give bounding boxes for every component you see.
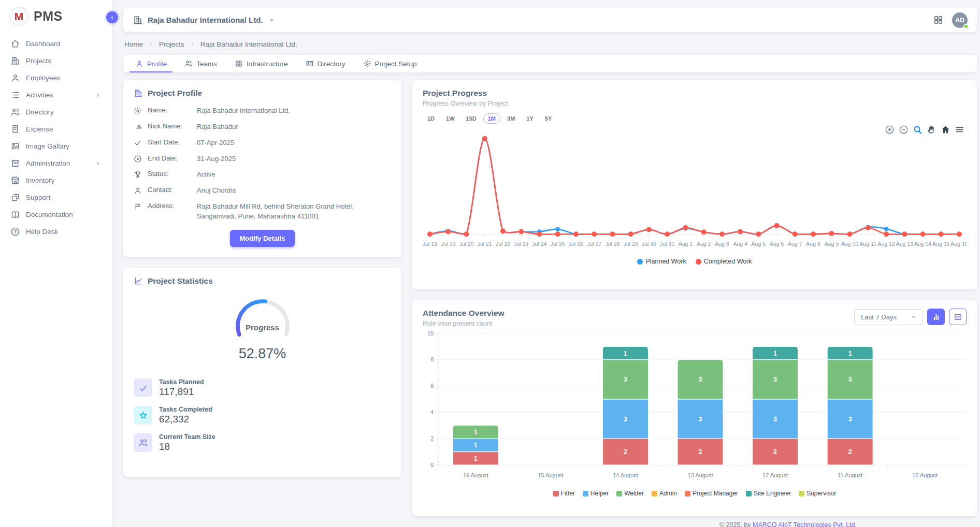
tab-teams[interactable]: Teams bbox=[176, 55, 226, 72]
home-filled-icon bbox=[941, 125, 950, 135]
svg-text:1: 1 bbox=[474, 442, 478, 449]
toolbar-panning[interactable] bbox=[927, 125, 936, 135]
chevron-right-icon bbox=[148, 41, 154, 48]
sidebar-item-employees[interactable]: Employees bbox=[4, 69, 108, 86]
svg-text:15 August: 15 August bbox=[538, 472, 563, 478]
tab-project-setup[interactable]: Project Setup bbox=[354, 55, 426, 72]
svg-text:Aug 12: Aug 12 bbox=[877, 241, 895, 247]
circle-dot-icon bbox=[134, 155, 142, 163]
stat-text: Tasks Completed62,332 bbox=[159, 406, 212, 425]
toolbar-zoom-in[interactable] bbox=[885, 125, 895, 135]
sidebar-item-dashboard[interactable]: Dashboard bbox=[4, 35, 108, 52]
legend-marker bbox=[746, 491, 752, 496]
legend-item-supervisor[interactable]: Supervisor bbox=[799, 490, 836, 497]
sidebar-item-documentation[interactable]: Documentation bbox=[4, 206, 108, 223]
user-avatar[interactable]: AD bbox=[952, 12, 968, 28]
breadcrumb: HomeProjectsRaja Bahadur International L… bbox=[124, 40, 977, 48]
footer-brand-link[interactable]: MARCO AIoT Technologies Pvt. Ltd. bbox=[753, 521, 857, 527]
toolbar-chart-menu[interactable] bbox=[955, 125, 964, 135]
range-3m[interactable]: 3M bbox=[502, 113, 520, 124]
people-icon bbox=[138, 438, 148, 448]
tab-directory[interactable]: Directory bbox=[297, 55, 354, 72]
sidebar-item-inventory[interactable]: Inventory bbox=[4, 172, 108, 189]
svg-text:Jul 24: Jul 24 bbox=[532, 241, 546, 247]
breadcrumb-item-home[interactable]: Home bbox=[124, 40, 143, 48]
archive-icon bbox=[10, 158, 20, 168]
sidebar-collapse-button[interactable] bbox=[106, 11, 118, 23]
sidebar-item-expense[interactable]: Expense bbox=[4, 121, 108, 138]
legend-marker bbox=[616, 491, 622, 496]
sidebar-item-directory[interactable]: Directory bbox=[4, 104, 108, 121]
svg-text:Jul 25: Jul 25 bbox=[551, 241, 565, 247]
apps-grid-button[interactable] bbox=[933, 14, 944, 25]
toolbar-zoom-out[interactable] bbox=[899, 125, 909, 135]
sidebar-item-activities[interactable]: Activities bbox=[4, 86, 108, 104]
app-name: PMS bbox=[34, 9, 63, 24]
modify-details-button[interactable]: Modify Details bbox=[230, 230, 294, 247]
sidebar-item-label: Employees bbox=[26, 74, 61, 82]
table-view-button[interactable] bbox=[949, 309, 967, 325]
svg-text:Aug 11: Aug 11 bbox=[860, 241, 877, 247]
building-icon bbox=[10, 56, 20, 66]
statistics-card-title: Project Statistics bbox=[148, 276, 213, 286]
check-icon bbox=[134, 139, 142, 147]
chevron-right-icon bbox=[189, 41, 196, 48]
breadcrumb-item-projects[interactable]: Projects bbox=[159, 40, 184, 48]
legend-item-project-manager[interactable]: Project Manager bbox=[685, 490, 738, 497]
range-15d[interactable]: 15D bbox=[462, 113, 481, 124]
id-card-icon bbox=[306, 60, 314, 68]
sidebar-item-projects[interactable]: Projects bbox=[4, 52, 108, 69]
legend-item-site-engineer[interactable]: Site Engineer bbox=[746, 490, 791, 497]
range-1w[interactable]: 1W bbox=[441, 113, 459, 124]
company-name: Raja Bahadur International Ltd. bbox=[148, 16, 263, 24]
progress-gauge: Progress 52.87% bbox=[216, 294, 309, 362]
legend-item-helper[interactable]: Helper bbox=[583, 490, 609, 497]
svg-text:8: 8 bbox=[430, 356, 434, 362]
app-logo-row[interactable]: M PMS bbox=[0, 0, 112, 31]
menu-icon bbox=[955, 125, 964, 135]
svg-text:Jul 30: Jul 30 bbox=[642, 241, 656, 247]
range-1d[interactable]: 1D bbox=[423, 113, 439, 124]
legend-item-welder[interactable]: Welder bbox=[616, 490, 644, 497]
attendance-card-title: Attendance Overview bbox=[423, 309, 505, 318]
tab-infrastructure[interactable]: Infrastructure bbox=[226, 55, 297, 72]
legend-item-planned-work[interactable]: Planned Work bbox=[637, 258, 686, 265]
range-1m[interactable]: 1M bbox=[483, 113, 500, 124]
svg-text:Aug 7: Aug 7 bbox=[788, 241, 802, 247]
toolbar-selection-zoom[interactable] bbox=[913, 125, 923, 135]
range-5y[interactable]: 5Y bbox=[540, 113, 556, 124]
sidebar-item-administration[interactable]: Administration bbox=[4, 155, 108, 172]
stat-text: Tasks Planned117,891 bbox=[159, 378, 204, 398]
profile-row-address: Address:Raja Bahadur Mill Rd, behind She… bbox=[134, 202, 391, 222]
svg-text:16 August: 16 August bbox=[463, 472, 488, 478]
profile-row-label: Contact: bbox=[148, 186, 191, 194]
sidebar-nav: DashboardProjectsEmployeesActivitiesDire… bbox=[0, 31, 112, 244]
attendance-range-select[interactable]: Last 7 Days bbox=[854, 309, 923, 325]
sidebar-item-label: Directory bbox=[26, 108, 54, 116]
sidebar-item-help-desk[interactable]: Help Desk bbox=[4, 223, 108, 240]
footer-copyright: © 2025, by bbox=[719, 521, 753, 527]
star-icon bbox=[138, 411, 148, 420]
legend-item-completed-work[interactable]: Completed Work bbox=[696, 258, 752, 265]
attendance-bar-chart: 024681011116 August15 August233114 Augus… bbox=[423, 329, 967, 490]
profile-row-value: Raja Bahadur International Ltd. bbox=[197, 106, 391, 116]
bar-view-button[interactable] bbox=[927, 309, 945, 325]
range-1y[interactable]: 1Y bbox=[522, 113, 538, 124]
store-icon bbox=[10, 175, 20, 185]
sidebar-item-image-gallary[interactable]: Image Gallary bbox=[4, 138, 108, 155]
svg-text:Jul 26: Jul 26 bbox=[569, 241, 583, 247]
legend-item-admin[interactable]: Admin bbox=[652, 490, 677, 497]
svg-text:3: 3 bbox=[624, 416, 627, 423]
tab-profile[interactable]: Profile bbox=[126, 55, 176, 72]
legend-item-fitter[interactable]: Fitter bbox=[553, 490, 575, 497]
sidebar-item-support[interactable]: Support bbox=[4, 189, 108, 206]
legend-label: Completed Work bbox=[704, 258, 752, 265]
company-selector[interactable]: Raja Bahadur International Ltd. bbox=[133, 15, 276, 25]
toolbar-reset-zoom[interactable] bbox=[941, 125, 950, 135]
svg-text:3: 3 bbox=[699, 416, 702, 423]
people-icon-box bbox=[134, 433, 152, 452]
project-profile-card: Project Profile Name:Raja Bahadur Intern… bbox=[123, 80, 401, 257]
legend-label: Admin bbox=[659, 490, 677, 497]
svg-text:Aug 5: Aug 5 bbox=[752, 241, 766, 247]
attendance-card-subtitle: Role-wise present count bbox=[423, 320, 505, 327]
